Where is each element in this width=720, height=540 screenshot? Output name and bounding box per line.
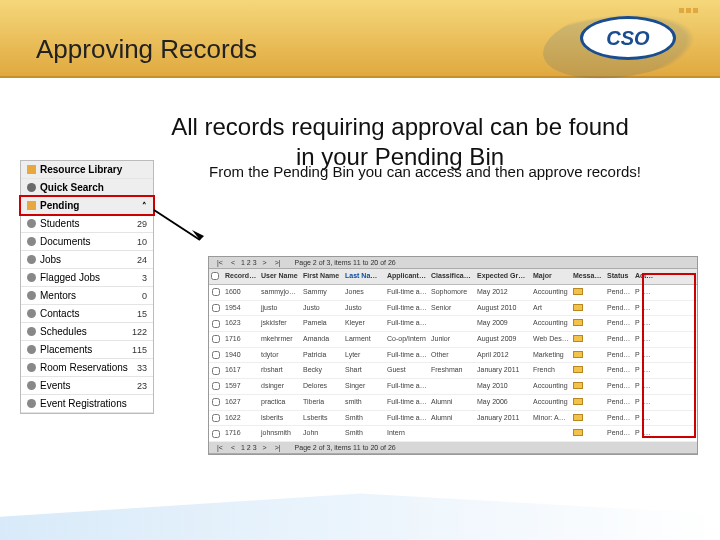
- sidebar-item[interactable]: Flagged Jobs3: [21, 269, 153, 287]
- row-checkbox-cell[interactable]: [209, 395, 223, 410]
- mail-icon[interactable]: [573, 288, 583, 295]
- col-major[interactable]: Major: [531, 269, 571, 284]
- col-record-id[interactable]: Record ID: [223, 269, 259, 284]
- col-first-name[interactable]: First Name: [301, 269, 343, 284]
- sidebar-item[interactable]: Students29: [21, 215, 153, 233]
- mail-icon[interactable]: [573, 429, 583, 436]
- select-all-checkbox[interactable]: [211, 272, 219, 280]
- col-activity[interactable]: Activity: [633, 269, 657, 284]
- sidebar-item[interactable]: Documents10: [21, 233, 153, 251]
- cell-status: Pending: [605, 363, 633, 378]
- prev-page-button[interactable]: <: [229, 259, 237, 266]
- cell-messaging[interactable]: [571, 379, 605, 394]
- table-row[interactable]: 1622lsberitsLsberitsSmithFull-time and P…: [209, 411, 697, 427]
- col-checkbox[interactable]: [209, 269, 223, 284]
- cell-activity[interactable]: P R D S A: [633, 379, 657, 394]
- table-row[interactable]: 1627practicaTiberiasmithFull-time and Pa…: [209, 395, 697, 411]
- mail-icon[interactable]: [573, 335, 583, 342]
- row-checkbox[interactable]: [212, 367, 220, 375]
- sidebar-item[interactable]: Mentors0: [21, 287, 153, 305]
- mail-icon[interactable]: [573, 319, 583, 326]
- col-applicant-type[interactable]: Applicant Type: [385, 269, 429, 284]
- sidebar-item[interactable]: Event Registrations: [21, 395, 153, 413]
- cell-messaging[interactable]: [571, 411, 605, 426]
- col-user-name[interactable]: User Name: [259, 269, 301, 284]
- prev-page-button[interactable]: <: [229, 444, 237, 451]
- row-checkbox-cell[interactable]: [209, 285, 223, 300]
- sidebar-item[interactable]: Placements115: [21, 341, 153, 359]
- sidebar-item[interactable]: Room Reservations33: [21, 359, 153, 377]
- next-page-button[interactable]: >: [261, 259, 269, 266]
- cell-activity[interactable]: P R D S A: [633, 363, 657, 378]
- sidebar-pending[interactable]: Pending ˄: [21, 197, 153, 215]
- col-expected-graduation[interactable]: Expected Graduation: [475, 269, 531, 284]
- table-row[interactable]: 1716mkehrmerAmandaLarmentCo-op/InternJun…: [209, 332, 697, 348]
- sidebar-item[interactable]: Jobs24: [21, 251, 153, 269]
- mail-icon[interactable]: [573, 398, 583, 405]
- col-status[interactable]: Status: [605, 269, 633, 284]
- table-row[interactable]: 1623jskidsferPamelaKleyerFull-time and P…: [209, 316, 697, 332]
- table-row[interactable]: 1940tdytorPatriciaLyterFull-time and Par…: [209, 348, 697, 364]
- cell-messaging[interactable]: [571, 316, 605, 331]
- mail-icon[interactable]: [573, 304, 583, 311]
- page-links[interactable]: 1 2 3: [241, 259, 257, 266]
- mail-icon[interactable]: [573, 414, 583, 421]
- first-page-button[interactable]: |<: [215, 444, 225, 451]
- last-page-button[interactable]: >|: [273, 259, 283, 266]
- cell-messaging[interactable]: [571, 426, 605, 441]
- cell-messaging[interactable]: [571, 395, 605, 410]
- row-checkbox-cell[interactable]: [209, 379, 223, 394]
- col-last-name[interactable]: Last Name: [343, 269, 385, 284]
- cell-messaging[interactable]: [571, 332, 605, 347]
- col-messaging[interactable]: Messaging: [571, 269, 605, 284]
- row-checkbox[interactable]: [212, 304, 220, 312]
- sidebar-item[interactable]: Contacts15: [21, 305, 153, 323]
- row-checkbox[interactable]: [212, 335, 220, 343]
- row-checkbox-cell[interactable]: [209, 301, 223, 316]
- cell-activity[interactable]: P R D S A: [633, 411, 657, 426]
- table-row[interactable]: 1716johnsmithJohnSmithInternPendingP R D…: [209, 426, 697, 442]
- first-page-button[interactable]: |<: [215, 259, 225, 266]
- row-checkbox-cell[interactable]: [209, 316, 223, 331]
- cell-messaging[interactable]: [571, 363, 605, 378]
- table-row[interactable]: 1597dsingerDeloresSingerFull-time and Pa…: [209, 379, 697, 395]
- page-links[interactable]: 1 2 3: [241, 444, 257, 451]
- mail-icon[interactable]: [573, 366, 583, 373]
- row-checkbox[interactable]: [212, 288, 220, 296]
- sidebar-item[interactable]: Events23: [21, 377, 153, 395]
- cell-applicant-type: Intern: [385, 426, 429, 441]
- row-checkbox[interactable]: [212, 398, 220, 406]
- row-checkbox-cell[interactable]: [209, 426, 223, 441]
- cell-activity[interactable]: P R D S A: [633, 301, 657, 316]
- cell-activity[interactable]: P R D S A: [633, 426, 657, 441]
- cell-messaging[interactable]: [571, 301, 605, 316]
- cell-activity[interactable]: P R D S A: [633, 332, 657, 347]
- sidebar-item[interactable]: Schedules122: [21, 323, 153, 341]
- table-row[interactable]: 1600sammyjonesSammyJonesFull-time and Pa…: [209, 285, 697, 301]
- cell-activity[interactable]: P R D S A: [633, 348, 657, 363]
- row-checkbox[interactable]: [212, 414, 220, 422]
- sidebar-resource-library[interactable]: Resource Library: [21, 161, 153, 179]
- sidebar-quick-search[interactable]: Quick Search: [21, 179, 153, 197]
- cell-messaging[interactable]: [571, 285, 605, 300]
- row-checkbox-cell[interactable]: [209, 332, 223, 347]
- last-page-button[interactable]: >|: [273, 444, 283, 451]
- cell-activity[interactable]: P R D S A: [633, 285, 657, 300]
- row-checkbox-cell[interactable]: [209, 363, 223, 378]
- row-checkbox[interactable]: [212, 320, 220, 328]
- col-classification[interactable]: Classification: [429, 269, 475, 284]
- cell-activity[interactable]: P R D S A: [633, 395, 657, 410]
- row-checkbox[interactable]: [212, 382, 220, 390]
- row-checkbox-cell[interactable]: [209, 348, 223, 363]
- row-checkbox[interactable]: [212, 430, 220, 438]
- cell-activity[interactable]: P R D B A: [633, 316, 657, 331]
- cell-record-id: 1627: [223, 395, 259, 410]
- row-checkbox-cell[interactable]: [209, 411, 223, 426]
- table-row[interactable]: 1954jjustoJustoJustoFull-time and Part-t…: [209, 301, 697, 317]
- cell-messaging[interactable]: [571, 348, 605, 363]
- table-row[interactable]: 1617rbshartBeckyShartGuestFreshmanJanuar…: [209, 363, 697, 379]
- next-page-button[interactable]: >: [261, 444, 269, 451]
- row-checkbox[interactable]: [212, 351, 220, 359]
- mail-icon[interactable]: [573, 351, 583, 358]
- mail-icon[interactable]: [573, 382, 583, 389]
